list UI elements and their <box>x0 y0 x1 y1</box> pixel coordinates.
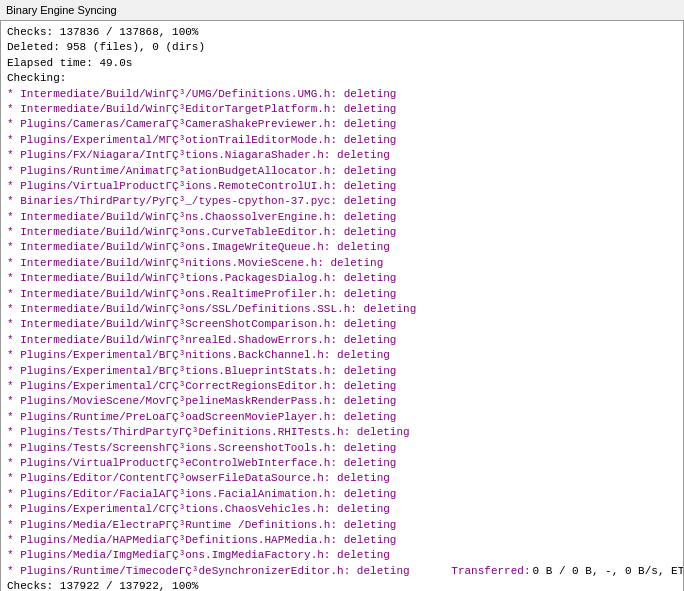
log-line: * Plugins/FX/Niagara/IntГÇ³tions.Niagara… <box>7 148 677 163</box>
log-line: * Plugins/Runtime/AnimatГÇ³ationBudgetAl… <box>7 164 677 179</box>
transferred-value: 0 B / 0 B, -, 0 B/s, ETA - <box>533 564 684 579</box>
title-bar: Binary Engine Syncing <box>0 0 684 20</box>
log-line: * Intermediate/Build/WinГÇ³EditorTargetP… <box>7 102 677 117</box>
log-line: * Plugins/Media/ElectraРГÇ³Runtime /Defi… <box>7 518 677 533</box>
log-line: * Plugins/VirtualProductГÇ³ions.RemoteCo… <box>7 179 677 194</box>
log-line: Checks: 137922 / 137922, 100% <box>7 579 677 591</box>
log-line: * Intermediate/Build/WinГÇ³/UMG/Definiti… <box>7 87 677 102</box>
log-line: * Plugins/Editor/ContentГÇ³owserFileData… <box>7 471 677 486</box>
log-line: * Plugins/Experimental/ВГÇ³tions.Bluepri… <box>7 364 677 379</box>
log-line: * Intermediate/Build/WinГÇ³ScreenShotCom… <box>7 317 677 332</box>
log-line: * Intermediate/Build/WinГÇ³ns.Chaossolve… <box>7 210 677 225</box>
log-line: * Plugins/VirtualProductГÇ³eControlWebIn… <box>7 456 677 471</box>
transferred-log-line: * Plugins/Runtime/TimecodeГÇ³deSynchroni… <box>7 564 677 579</box>
log-line: * Plugins/Experimental/МГÇ³otionTrailEdi… <box>7 133 677 148</box>
log-line: * Intermediate/Build/WinГÇ³ons.ImageWrit… <box>7 240 677 255</box>
transferred-key-label: Transferred: <box>451 564 530 579</box>
log-line: * Plugins/MovieScene/MovГÇ³pelineMaskRen… <box>7 394 677 409</box>
log-line: * Binaries/ThirdParty/PyГÇ³_/types-cpyth… <box>7 194 677 209</box>
log-line: * Plugins/Experimental/ВГÇ³nitions.BackC… <box>7 348 677 363</box>
log-line: * Plugins/Tests/ScreenshГÇ³ions.Screensh… <box>7 441 677 456</box>
log-line: * Intermediate/Build/WinГÇ³ons/SSL/Defin… <box>7 302 677 317</box>
content-area: Checks: 137836 / 137868, 100% Deleted: 9… <box>1 21 683 591</box>
log-line: * Plugins/Runtime/PreLoaГÇ³oadScreenMovi… <box>7 410 677 425</box>
log-line: Elapsed time: 49.0s <box>7 56 677 71</box>
transferred-key <box>412 564 452 579</box>
log-container[interactable]: Checks: 137836 / 137868, 100% Deleted: 9… <box>1 21 683 591</box>
log-line: * Intermediate/Build/WinГÇ³nitions.Movie… <box>7 256 677 271</box>
log-line: * Plugins/Media/ImgMediaГÇ³ons.ImgMediaF… <box>7 548 677 563</box>
log-line: Checks: 137836 / 137868, 100% <box>7 25 677 40</box>
log-line: * Plugins/Experimental/СГÇ³tions.ChaosVe… <box>7 502 677 517</box>
log-line: * Intermediate/Build/WinГÇ³ons.RealtimeP… <box>7 287 677 302</box>
log-line: * Intermediate/Build/WinГÇ³nrealEd.Shado… <box>7 333 677 348</box>
log-line: * Intermediate/Build/WinГÇ³ons.CurveTabl… <box>7 225 677 240</box>
log-line: * Plugins/Media/HAPMediaГÇ³Definitions.H… <box>7 533 677 548</box>
log-line: Checking: <box>7 71 677 86</box>
log-line: * Plugins/Experimental/СГÇ³CorrectRegion… <box>7 379 677 394</box>
transferred-file-label: * Plugins/Runtime/TimecodeГÇ³deSynchroni… <box>7 564 410 579</box>
main-window: Checks: 137836 / 137868, 100% Deleted: 9… <box>0 20 684 591</box>
log-line: * Plugins/Tests/ThirdPartyГÇ³Definitions… <box>7 425 677 440</box>
log-line: * Plugins/Cameras/CameraГÇ³CameraShakePr… <box>7 117 677 132</box>
log-line: * Plugins/Editor/FacialAГÇ³ions.FacialAn… <box>7 487 677 502</box>
window-title: Binary Engine Syncing <box>6 4 117 16</box>
log-line: Deleted: 958 (files), 0 (dirs) <box>7 40 677 55</box>
log-line: * Intermediate/Build/WinГÇ³tions.Package… <box>7 271 677 286</box>
